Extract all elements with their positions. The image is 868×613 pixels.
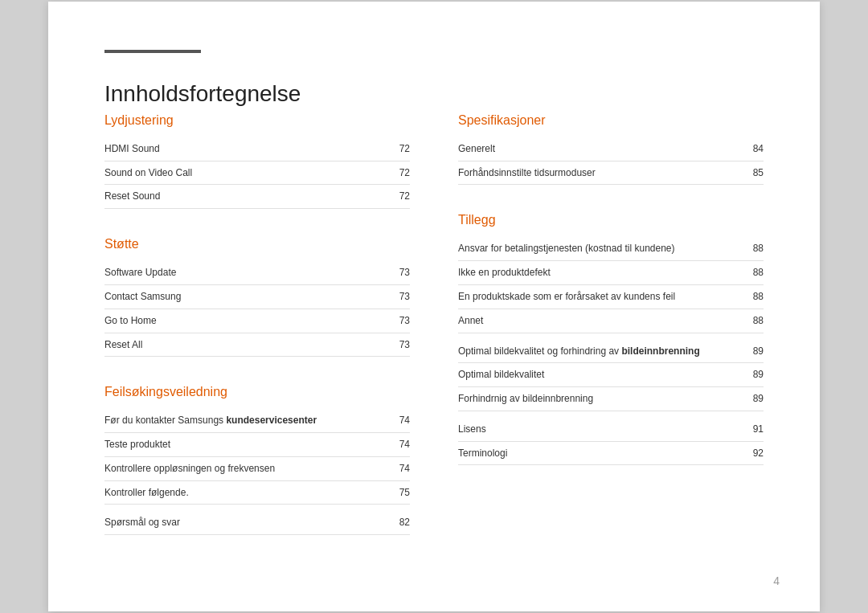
section-lydjustering: Lydjustering HDMI Sound 72 Sound on Vide… bbox=[104, 113, 410, 209]
toc-item: Annet 88 bbox=[458, 309, 764, 333]
toc-item: Kontroller følgende. 75 bbox=[104, 481, 410, 505]
toc-item: Forhåndsinnstilte tidsurmoduser 85 bbox=[458, 161, 764, 186]
right-column: Spesifikasjoner Generelt 84 Forhåndsinns… bbox=[458, 113, 764, 564]
toc-item: Ikke en produktdefekt 88 bbox=[458, 261, 764, 285]
section-feilsokingsveiledning: Feilsøkingsveiledning Før du kontakter S… bbox=[104, 385, 410, 535]
page-title: Innholdsfortegnelse bbox=[104, 81, 764, 107]
toc-item: Optimal bildekvalitet 89 bbox=[458, 363, 764, 387]
toc-item: Ansvar for betalingstjenesten (kostnad t… bbox=[458, 237, 764, 261]
section-title-lydjustering: Lydjustering bbox=[104, 113, 410, 128]
toc-item: Før du kontakter Samsungs kundeservicese… bbox=[104, 409, 410, 433]
toc-item: Reset Sound 72 bbox=[104, 185, 410, 209]
toc-item: Contact Samsung 73 bbox=[104, 285, 410, 309]
toc-item: Reset All 73 bbox=[104, 333, 410, 358]
toc-item: Spørsmål og svar 82 bbox=[104, 511, 410, 535]
toc-item: Go to Home 73 bbox=[104, 309, 410, 333]
section-title-feilsokingsveiledning: Feilsøkingsveiledning bbox=[104, 385, 410, 399]
toc-item: Generelt 84 bbox=[458, 137, 764, 161]
toc-item: Terminologi 92 bbox=[458, 442, 764, 466]
toc-item: Lisens 91 bbox=[458, 418, 764, 442]
toc-item: Kontrollere oppløsningen og frekvensen 7… bbox=[104, 457, 410, 481]
toc-item: Forhindrnig av bildeinnbrenning 89 bbox=[458, 387, 764, 411]
section-stotte: Støtte Software Update 73 Contact Samsun… bbox=[104, 237, 410, 357]
content-layout: Lydjustering HDMI Sound 72 Sound on Vide… bbox=[104, 113, 764, 564]
toc-item: En produktskade som er forårsaket av kun… bbox=[458, 285, 764, 309]
section-title-stotte: Støtte bbox=[104, 237, 410, 251]
section-spesifikasjoner: Spesifikasjoner Generelt 84 Forhåndsinns… bbox=[458, 113, 764, 186]
toc-item: HDMI Sound 72 bbox=[104, 137, 410, 161]
section-tillegg: Tillegg Ansvar for betalingstjenesten (k… bbox=[458, 213, 764, 465]
page-number: 4 bbox=[773, 574, 780, 587]
toc-item: Teste produktet 74 bbox=[104, 433, 410, 457]
page-container: Innholdsfortegnelse Lydjustering HDMI So… bbox=[48, 2, 820, 612]
toc-item: Sound on Video Call 72 bbox=[104, 161, 410, 186]
left-column: Lydjustering HDMI Sound 72 Sound on Vide… bbox=[104, 113, 410, 564]
toc-item: Software Update 73 bbox=[104, 261, 410, 285]
toc-item: Optimal bildekvalitet og forhindring av … bbox=[458, 340, 764, 364]
section-title-spesifikasjoner: Spesifikasjoner bbox=[458, 113, 764, 128]
title-bar bbox=[104, 50, 201, 53]
section-title-tillegg: Tillegg bbox=[458, 213, 764, 227]
